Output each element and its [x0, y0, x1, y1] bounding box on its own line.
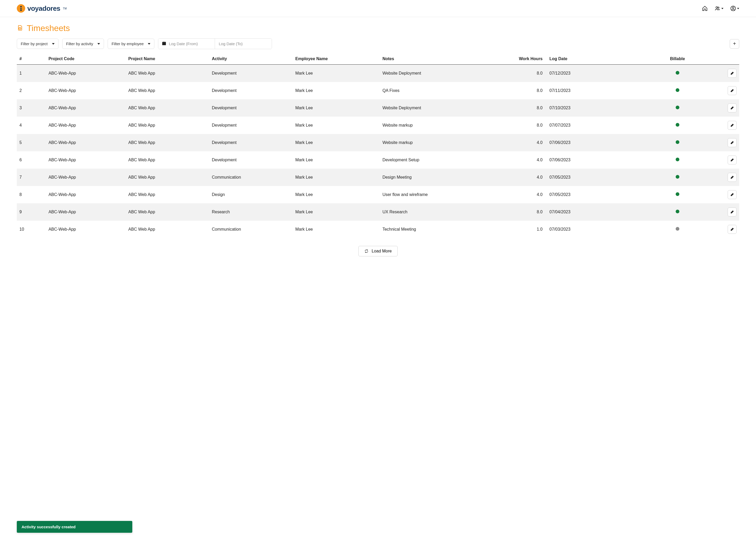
pencil-icon [730, 72, 734, 75]
cell-edit [706, 99, 739, 117]
cell-billable [648, 203, 706, 221]
cell-project-name: ABC Web App [126, 65, 209, 82]
filter-employee-label: Filter by employee [112, 41, 144, 46]
edit-row-button[interactable] [728, 121, 736, 130]
edit-row-button[interactable] [728, 86, 736, 95]
cell-employee: Mark Lee [293, 221, 380, 238]
cell-hours: 4.0 [489, 169, 547, 186]
cell-num: 9 [17, 203, 46, 221]
billable-indicator-icon [676, 192, 679, 196]
edit-row-button[interactable] [728, 207, 736, 216]
brand-name: voyadores [27, 4, 60, 13]
cell-date: 07/12/2023 [547, 65, 648, 82]
cell-project-code: ABC-Web-App [46, 134, 126, 151]
table-header-row: # Project Code Project Name Activity Emp… [17, 53, 739, 65]
table-row: 8ABC-Web-AppABC Web AppDesignMark LeeUse… [17, 186, 739, 203]
log-date-from-input[interactable]: Log Date (From) [158, 39, 215, 49]
cell-project-code: ABC-Web-App [46, 186, 126, 203]
cell-notes: Development Setup [380, 151, 489, 169]
brand-logo[interactable]: voyadoresTM [17, 4, 67, 13]
lighthouse-icon [17, 4, 25, 13]
pencil-icon [730, 89, 734, 92]
timesheets-table: # Project Code Project Name Activity Emp… [17, 53, 739, 238]
col-project-name: Project Name [126, 53, 209, 65]
load-more-button[interactable]: Load More [358, 246, 398, 256]
pencil-icon [730, 193, 734, 196]
edit-row-button[interactable] [728, 225, 736, 234]
user-circle-icon [730, 6, 736, 11]
cell-employee: Mark Lee [293, 203, 380, 221]
cell-project-code: ABC-Web-App [46, 65, 126, 82]
billable-indicator-icon [676, 227, 679, 231]
cell-hours: 8.0 [489, 82, 547, 99]
cell-edit [706, 221, 739, 238]
edit-row-button[interactable] [728, 190, 736, 199]
col-activity: Activity [209, 53, 293, 65]
filter-employee-select[interactable]: Filter by employee [108, 39, 155, 49]
cell-hours: 8.0 [489, 99, 547, 117]
cell-num: 8 [17, 186, 46, 203]
billable-indicator-icon [676, 71, 679, 75]
calendar-icon [162, 41, 166, 46]
svg-point-3 [732, 7, 734, 8]
svg-rect-6 [162, 42, 166, 43]
svg-point-0 [716, 7, 717, 8]
cell-project-code: ABC-Web-App [46, 221, 126, 238]
cell-edit [706, 186, 739, 203]
cell-project-code: ABC-Web-App [46, 82, 126, 99]
cell-employee: Mark Lee [293, 117, 380, 134]
log-date-to-input[interactable]: Log Date (To) [215, 39, 272, 49]
cell-activity: Development [209, 134, 293, 151]
chevron-down-icon [148, 43, 150, 45]
cell-hours: 4.0 [489, 134, 547, 151]
cell-billable [648, 65, 706, 82]
edit-row-button[interactable] [728, 138, 736, 147]
cell-employee: Mark Lee [293, 99, 380, 117]
date-range-group: Log Date (From) Log Date (To) [158, 38, 272, 49]
cell-billable [648, 221, 706, 238]
billable-indicator-icon [676, 158, 679, 161]
cell-date: 07/03/2023 [547, 221, 648, 238]
table-row: 10ABC-Web-AppABC Web AppCommunicationMar… [17, 221, 739, 238]
cell-date: 07/04/2023 [547, 203, 648, 221]
cell-edit [706, 65, 739, 82]
cell-project-name: ABC Web App [126, 134, 209, 151]
cell-employee: Mark Lee [293, 134, 380, 151]
cell-employee: Mark Lee [293, 186, 380, 203]
cell-num: 3 [17, 99, 46, 117]
home-icon[interactable] [702, 6, 708, 11]
cell-hours: 8.0 [489, 203, 547, 221]
table-row: 2ABC-Web-AppABC Web AppDevelopmentMark L… [17, 82, 739, 99]
col-log-date: Log Date [547, 53, 648, 65]
add-timesheet-button[interactable]: + [730, 39, 739, 49]
filter-activity-select[interactable]: Filter by activity [62, 39, 104, 49]
cell-billable [648, 186, 706, 203]
cell-project-name: ABC Web App [126, 151, 209, 169]
user-menu[interactable] [730, 6, 739, 11]
pencil-icon [730, 141, 734, 144]
col-edit [706, 53, 739, 65]
app-header: voyadoresTM [0, 0, 756, 17]
cell-notes: Technical Meeting [380, 221, 489, 238]
edit-row-button[interactable] [728, 173, 736, 182]
chevron-down-icon [97, 43, 100, 45]
cell-notes: QA Fixes [380, 82, 489, 99]
cell-employee: Mark Lee [293, 82, 380, 99]
chevron-down-icon [721, 8, 724, 9]
edit-row-button[interactable] [728, 103, 736, 112]
filter-project-select[interactable]: Filter by project [17, 39, 59, 49]
pencil-icon [730, 210, 734, 214]
team-menu[interactable] [715, 6, 724, 11]
filter-activity-label: Filter by activity [66, 41, 93, 46]
chevron-down-icon [737, 8, 739, 9]
load-more-label: Load More [372, 249, 392, 253]
pencil-icon [730, 158, 734, 162]
cell-activity: Communication [209, 221, 293, 238]
billable-indicator-icon [676, 106, 679, 109]
edit-row-button[interactable] [728, 69, 736, 78]
cell-notes: Design Meeting [380, 169, 489, 186]
table-row: 3ABC-Web-AppABC Web AppDevelopmentMark L… [17, 99, 739, 117]
col-notes: Notes [380, 53, 489, 65]
cell-project-name: ABC Web App [126, 99, 209, 117]
edit-row-button[interactable] [728, 155, 736, 164]
